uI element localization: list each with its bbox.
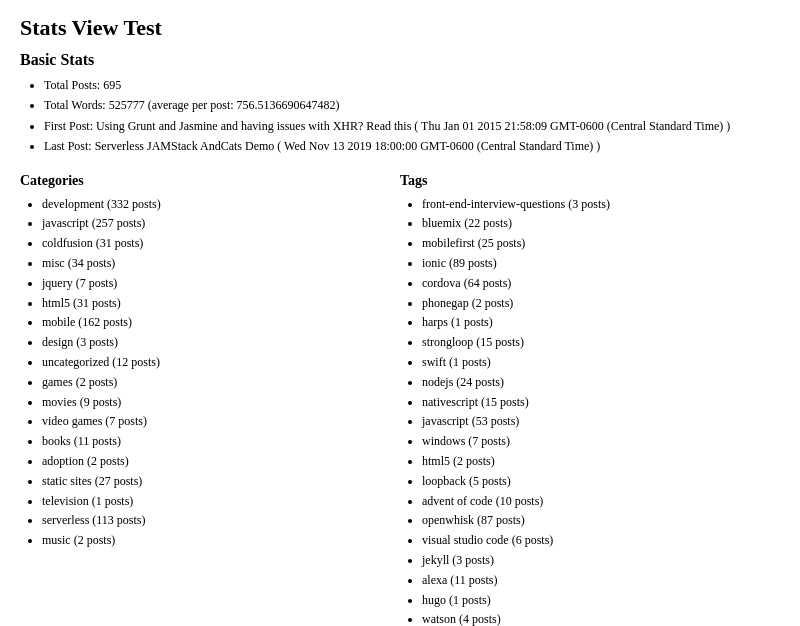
list-item: harps (1 posts) <box>422 313 780 333</box>
list-item: mobilefirst (25 posts) <box>422 234 780 254</box>
list-item: mobile (162 posts) <box>42 313 400 333</box>
list-item: nativescript (15 posts) <box>422 393 780 413</box>
list-item: Last Post: Serverless JAMStack AndCats D… <box>44 136 780 156</box>
list-item: alexa (11 posts) <box>422 571 780 591</box>
basic-stats-heading: Basic Stats <box>20 51 780 69</box>
list-item: adoption (2 posts) <box>42 452 400 472</box>
categories-col: Categories development (332 posts)javasc… <box>20 173 400 626</box>
list-item: cordova (64 posts) <box>422 274 780 294</box>
list-item: design (3 posts) <box>42 333 400 353</box>
list-item: windows (7 posts) <box>422 432 780 452</box>
list-item: uncategorized (12 posts) <box>42 353 400 373</box>
list-item: loopback (5 posts) <box>422 472 780 492</box>
list-item: development (332 posts) <box>42 195 400 215</box>
list-item: advent of code (10 posts) <box>422 492 780 512</box>
list-item: visual studio code (6 posts) <box>422 531 780 551</box>
list-item: coldfusion (31 posts) <box>42 234 400 254</box>
list-item: javascript (257 posts) <box>42 214 400 234</box>
list-item: jekyll (3 posts) <box>422 551 780 571</box>
list-item: openwhisk (87 posts) <box>422 511 780 531</box>
list-item: html5 (2 posts) <box>422 452 780 472</box>
list-item: static sites (27 posts) <box>42 472 400 492</box>
basic-stats-section: Basic Stats Total Posts: 695Total Words:… <box>20 51 780 157</box>
list-item: video games (7 posts) <box>42 412 400 432</box>
tags-col: Tags front-end-interview-questions (3 po… <box>400 173 780 626</box>
list-item: bluemix (22 posts) <box>422 214 780 234</box>
list-item: First Post: Using Grunt and Jasmine and … <box>44 116 780 136</box>
list-item: html5 (31 posts) <box>42 294 400 314</box>
list-item: strongloop (15 posts) <box>422 333 780 353</box>
list-item: serverless (113 posts) <box>42 511 400 531</box>
list-item: swift (1 posts) <box>422 353 780 373</box>
list-item: games (2 posts) <box>42 373 400 393</box>
page-title: Stats View Test <box>20 15 780 41</box>
categories-heading: Categories <box>20 173 400 189</box>
list-item: watson (4 posts) <box>422 610 780 626</box>
categories-list: development (332 posts)javascript (257 p… <box>20 195 400 551</box>
list-item: misc (34 posts) <box>42 254 400 274</box>
categories-tags-section: Categories development (332 posts)javasc… <box>20 173 780 626</box>
list-item: ionic (89 posts) <box>422 254 780 274</box>
list-item: front-end-interview-questions (3 posts) <box>422 195 780 215</box>
list-item: books (11 posts) <box>42 432 400 452</box>
list-item: Total Posts: 695 <box>44 75 780 95</box>
tags-heading: Tags <box>400 173 780 189</box>
list-item: television (1 posts) <box>42 492 400 512</box>
list-item: jquery (7 posts) <box>42 274 400 294</box>
list-item: music (2 posts) <box>42 531 400 551</box>
list-item: Total Words: 525777 (average per post: 7… <box>44 95 780 115</box>
tags-list: front-end-interview-questions (3 posts)b… <box>400 195 780 626</box>
list-item: phonegap (2 posts) <box>422 294 780 314</box>
basic-stats-list: Total Posts: 695Total Words: 525777 (ave… <box>20 75 780 157</box>
list-item: nodejs (24 posts) <box>422 373 780 393</box>
list-item: hugo (1 posts) <box>422 591 780 611</box>
list-item: javascript (53 posts) <box>422 412 780 432</box>
list-item: movies (9 posts) <box>42 393 400 413</box>
